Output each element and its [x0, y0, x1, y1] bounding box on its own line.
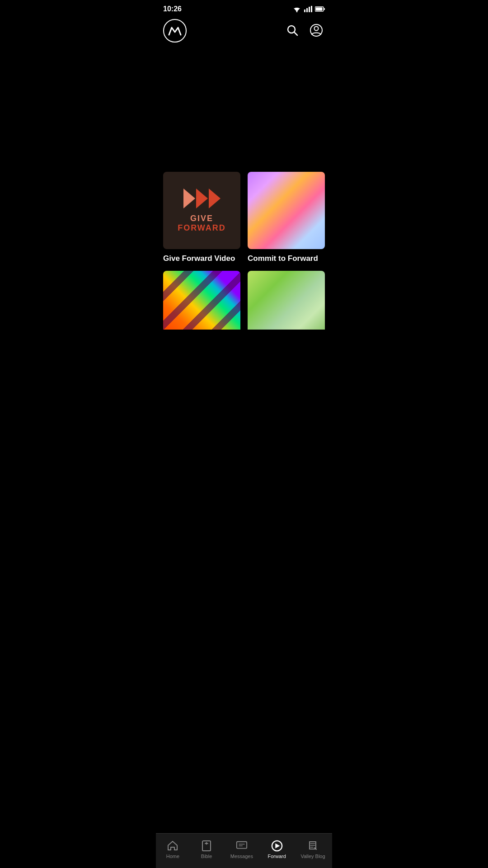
give-forward-logo-text: GIVE FORWARD	[178, 214, 226, 233]
nav-item-messages[interactable]: Messages	[227, 838, 257, 861]
svg-rect-4	[306, 8, 308, 12]
forward-nav-icon	[271, 840, 283, 852]
bible-label: Bible	[201, 854, 212, 859]
battery-icon	[315, 6, 325, 12]
partial-cards-grid	[163, 271, 325, 330]
play-arrows-icon	[183, 189, 221, 208]
svg-rect-16	[237, 842, 247, 849]
svg-point-13	[314, 26, 319, 30]
status-icons	[292, 6, 325, 12]
profile-icon	[310, 24, 323, 37]
nav-item-valley-blog[interactable]: Valley Blog	[297, 838, 328, 861]
forward-label: Forward	[267, 854, 286, 859]
search-icon	[286, 24, 299, 37]
nav-item-forward[interactable]: Forward	[263, 838, 291, 861]
give-text: GIVE	[178, 214, 226, 223]
arrow2-icon	[196, 189, 208, 208]
svg-rect-8	[324, 8, 325, 10]
commit-to-forward-card[interactable]: Commit to Forward	[248, 172, 325, 264]
top-nav	[156, 16, 332, 45]
messages-icon	[236, 840, 248, 852]
messages-label: Messages	[230, 854, 253, 859]
commit-thumbnail	[248, 172, 325, 249]
nav-item-home[interactable]: Home	[159, 838, 186, 861]
logo-icon	[167, 24, 183, 38]
top-spacer	[163, 45, 325, 172]
arrow3-icon	[209, 189, 221, 208]
home-icon	[167, 840, 178, 852]
arrow1-icon	[183, 189, 195, 208]
status-time: 10:26	[163, 5, 182, 13]
bottom-nav: Home Bible Messages For	[156, 833, 332, 868]
bible-icon	[201, 840, 212, 852]
home-label: Home	[166, 854, 179, 859]
blog-icon	[307, 840, 319, 852]
partial-card-1[interactable]	[163, 271, 240, 330]
svg-point-2	[296, 11, 298, 13]
profile-button[interactable]	[308, 22, 325, 40]
valley-blog-label: Valley Blog	[300, 854, 325, 859]
wifi-icon	[292, 6, 301, 12]
svg-marker-20	[275, 843, 280, 848]
commit-title: Commit to Forward	[248, 254, 325, 264]
give-forward-video-card[interactable]: GIVE FORWARD Give Forward Video	[163, 172, 240, 264]
nav-item-bible[interactable]: Bible	[193, 838, 220, 861]
forward-text: FORWARD	[178, 223, 226, 233]
svg-line-11	[294, 32, 297, 35]
status-bar: 10:26	[156, 0, 332, 16]
partial-thumb-2	[248, 271, 325, 330]
svg-rect-9	[316, 8, 323, 11]
search-button[interactable]	[284, 22, 300, 40]
give-forward-thumbnail: GIVE FORWARD	[163, 172, 240, 249]
give-forward-title: Give Forward Video	[163, 254, 240, 264]
svg-rect-3	[304, 9, 305, 12]
app-logo[interactable]	[163, 19, 187, 42]
partial-thumb-1	[163, 271, 240, 330]
svg-rect-5	[309, 7, 310, 12]
nav-right-icons	[284, 22, 325, 40]
cards-grid: GIVE FORWARD Give Forward Video Commit t…	[163, 172, 325, 264]
svg-rect-6	[311, 6, 312, 12]
content-area: GIVE FORWARD Give Forward Video Commit t…	[156, 45, 332, 370]
signal-icon	[304, 6, 312, 12]
partial-card-2[interactable]	[248, 271, 325, 330]
